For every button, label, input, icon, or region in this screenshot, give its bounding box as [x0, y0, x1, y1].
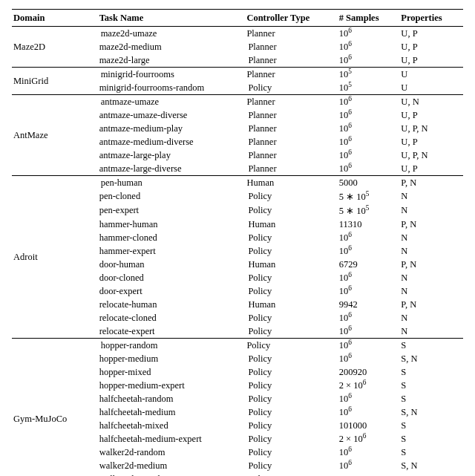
samples-cell: 106 [338, 27, 400, 41]
controller-cell: Planner [245, 53, 337, 68]
properties-cell: U, P, N [399, 149, 463, 162]
controller-cell: Planner [245, 108, 337, 122]
properties-cell: N [399, 325, 463, 339]
task-cell: halfcheetah-medium [98, 405, 246, 419]
samples-cell: 2 × 106 [338, 432, 400, 446]
samples-cell: 106 [338, 311, 400, 325]
controller-cell: Planner [245, 162, 337, 176]
controller-cell: Policy [245, 352, 337, 365]
task-cell: halfcheetah-random [98, 392, 246, 405]
samples-cell: 9942 [338, 298, 400, 311]
task-cell: maze2d-umaze [98, 27, 246, 41]
controller-cell: Policy [245, 271, 337, 284]
properties-cell: P, N [399, 218, 463, 231]
col-samples: # Samples [338, 10, 400, 27]
task-cell: antmaze-umaze [98, 95, 246, 109]
controller-cell: Policy [245, 379, 337, 392]
task-cell: walker2d-mixed [98, 472, 246, 476]
properties-cell: S [399, 365, 463, 379]
controller-cell: Policy [245, 365, 337, 379]
samples-cell: 106 [338, 352, 400, 365]
samples-cell: 5 ∗ 105 [338, 203, 400, 218]
properties-cell: S, N [399, 352, 463, 365]
task-cell: antmaze-large-diverse [98, 162, 246, 176]
samples-cell: 2 × 106 [338, 379, 400, 392]
controller-cell: Policy [245, 81, 337, 95]
task-cell: walker2d-random [98, 446, 246, 459]
task-cell: hopper-random [98, 339, 246, 353]
domain-cell: Adroit [12, 176, 98, 339]
samples-cell: 106 [338, 405, 400, 419]
properties-cell: S [399, 339, 463, 353]
properties-cell: N [399, 231, 463, 244]
samples-cell: 105 [338, 68, 400, 82]
controller-cell: Planner [245, 135, 337, 149]
task-cell: relocate-expert [98, 325, 246, 339]
col-domain: Domain [12, 10, 98, 27]
controller-cell: Policy [245, 325, 337, 339]
samples-cell: 106 [338, 122, 400, 135]
task-cell: maze2d-medium [98, 40, 246, 53]
samples-cell: 106 [338, 53, 400, 68]
task-cell: pen-cloned [98, 189, 246, 203]
domain-cell: MiniGrid [12, 68, 98, 95]
task-cell: maze2d-large [98, 53, 246, 68]
col-properties: Properties [399, 10, 463, 27]
samples-cell: 106 [338, 271, 400, 284]
task-cell: hopper-medium [98, 352, 246, 365]
task-cell: hopper-medium-expert [98, 379, 246, 392]
controller-cell: Human [245, 298, 337, 311]
controller-cell: Human [245, 258, 337, 271]
properties-cell: N [399, 311, 463, 325]
controller-cell: Policy [245, 419, 337, 432]
properties-cell: S [399, 432, 463, 446]
properties-cell: N [399, 271, 463, 284]
properties-cell: N [399, 203, 463, 218]
samples-cell: 105 [338, 81, 400, 95]
properties-cell: U [399, 81, 463, 95]
properties-cell: U, N [399, 95, 463, 109]
properties-cell: U [399, 68, 463, 82]
controller-cell: Policy [245, 203, 337, 218]
controller-cell: Planner [245, 122, 337, 135]
properties-cell: U, P [399, 108, 463, 122]
samples-cell: 106 [338, 392, 400, 405]
samples-cell: 106 [338, 40, 400, 53]
controller-cell: Planner [245, 68, 337, 82]
task-cell: pen-expert [98, 203, 246, 218]
task-cell: pen-human [98, 176, 246, 190]
properties-cell: P, N [399, 176, 463, 190]
controller-cell: Planner [245, 40, 337, 53]
properties-cell: N [399, 244, 463, 258]
properties-cell: S [399, 392, 463, 405]
domain-cell: Gym-MuJoCo [12, 339, 98, 477]
page: Domain Task Name Controller Type # Sampl… [0, 0, 475, 476]
samples-cell: 101000 [338, 419, 400, 432]
task-cell: door-expert [98, 284, 246, 298]
task-cell: hammer-human [98, 218, 246, 231]
properties-cell: U, P, N [399, 122, 463, 135]
benchmark-table: Domain Task Name Controller Type # Sampl… [12, 9, 463, 476]
task-cell: halfcheetah-mixed [98, 419, 246, 432]
controller-cell: Policy [245, 446, 337, 459]
properties-cell: U, P [399, 162, 463, 176]
controller-cell: Policy [245, 459, 337, 472]
task-cell: antmaze-large-play [98, 149, 246, 162]
controller-cell: Policy [245, 472, 337, 476]
task-cell: walker2d-medium [98, 459, 246, 472]
samples-cell: 106 [338, 108, 400, 122]
table-row: Gym-MuJoCohopper-randomPolicy106S [12, 339, 463, 353]
task-cell: hammer-expert [98, 244, 246, 258]
properties-cell: U, P [399, 53, 463, 68]
controller-cell: Policy [245, 244, 337, 258]
properties-cell: S [399, 419, 463, 432]
controller-cell: Policy [245, 189, 337, 203]
samples-cell: 106 [338, 325, 400, 339]
samples-cell: 106 [338, 149, 400, 162]
samples-cell: 6729 [338, 258, 400, 271]
properties-cell: S [399, 446, 463, 459]
properties-cell: N [399, 284, 463, 298]
samples-cell: 100930 [338, 472, 400, 476]
task-cell: door-cloned [98, 271, 246, 284]
properties-cell: U, P [399, 135, 463, 149]
